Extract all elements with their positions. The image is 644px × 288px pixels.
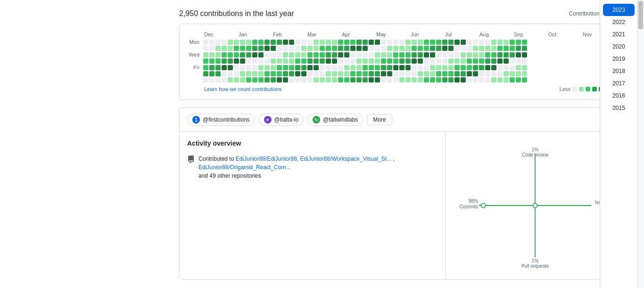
contribution-cell: [363, 58, 368, 64]
contribution-cell: [461, 71, 466, 76]
contribution-cell: [393, 58, 398, 64]
contribution-cell: [277, 52, 282, 58]
activity-chart: 1% Code review 98% Commits Issues 1% Pul…: [453, 140, 617, 272]
month-label: Aug: [479, 32, 514, 37]
contribution-cell: [264, 71, 270, 76]
contribution-cell: [307, 40, 313, 45]
contribution-cell: [442, 40, 447, 45]
contribution-cell: [363, 71, 368, 76]
contribution-cell: [381, 65, 386, 70]
contribution-cell: [369, 46, 374, 51]
contribution-cell: [222, 52, 227, 58]
graph-row: [187, 58, 617, 64]
contribution-cell: [467, 58, 472, 64]
contribution-cell: [258, 46, 264, 51]
repo-link-1[interactable]: EdiJunior88/EdiJunior88: [236, 156, 297, 162]
contribution-cell: [234, 52, 239, 58]
contribution-cell: [491, 58, 496, 64]
contribution-cell: [314, 77, 319, 82]
contribution-cell: [424, 65, 429, 70]
contribution-cell: [277, 65, 282, 70]
contribution-cell: [369, 77, 374, 82]
contribution-cell: [504, 52, 509, 58]
contribution-cell: [375, 40, 380, 45]
org-chip-tailwind[interactable]: ↻ @tailwindlabs: [307, 114, 363, 126]
contribution-cell: [271, 58, 276, 64]
contribution-cell: [307, 52, 313, 58]
contribution-cell: [326, 71, 331, 76]
org-chip-firstcontributions[interactable]: 1 @firstcontributions: [187, 114, 255, 126]
contribution-cell: [258, 65, 264, 70]
scrollbar-thumb[interactable]: [638, 1, 643, 29]
year-item-2015[interactable]: 2015: [600, 102, 637, 114]
contribution-cell: [289, 46, 294, 51]
activity-text: Contributed to EdiJunior88/EdiJunior88, …: [198, 155, 438, 180]
repo-link-2[interactable]: EdiJunior88/Workspace_Visual_St...: [300, 156, 391, 162]
contribution-cell: [467, 40, 472, 45]
contribution-cell: [283, 65, 288, 70]
contribution-cell: [289, 71, 294, 76]
graph-row: Wed: [187, 52, 617, 58]
contribution-cell: [307, 77, 313, 82]
contribution-cell: [412, 52, 417, 58]
contribution-cell: [320, 40, 325, 45]
cells-row: [203, 58, 617, 64]
contribution-cell: [479, 77, 484, 82]
graph-row: [187, 77, 617, 82]
year-item-2016[interactable]: 2016: [600, 90, 637, 102]
year-item-2023[interactable]: 2023: [603, 4, 635, 16]
legend-cell-0: [572, 87, 577, 91]
scrollbar-track[interactable]: [637, 0, 644, 288]
month-label: Mar: [307, 32, 342, 37]
contribution-cell: [516, 40, 521, 45]
year-item-2019[interactable]: 2019: [600, 53, 637, 65]
contribution-cell: [381, 77, 386, 82]
contribution-cell: [332, 52, 337, 58]
contribution-cell: [491, 52, 496, 58]
contribution-cell: [473, 46, 478, 51]
contribution-cell: [356, 58, 362, 64]
contribution-cell: [314, 58, 319, 64]
learn-contributions-link[interactable]: Learn how we count contributions: [204, 86, 281, 92]
contribution-cell: [399, 65, 405, 70]
day-label: Mon: [187, 39, 202, 45]
contribution-cell: [338, 58, 343, 64]
contribution-cell: [338, 77, 343, 82]
more-orgs-button[interactable]: More: [367, 114, 392, 125]
contribution-cell: [479, 52, 484, 58]
contribution-cell: [264, 46, 270, 51]
contribution-cell: [295, 52, 300, 58]
contribution-cell: [418, 40, 423, 45]
contribution-cell: [307, 65, 313, 70]
contribution-cell: [448, 65, 454, 70]
year-item-2022[interactable]: 2022: [600, 16, 637, 28]
org-chip-balta[interactable]: ● @balta-io: [259, 114, 304, 126]
month-label: Jul: [445, 32, 479, 37]
repo-link-3[interactable]: EdiJunior88/Origamid_React_Com...: [198, 164, 290, 171]
contribution-cell: [215, 71, 221, 76]
contribution-cell: [454, 77, 460, 82]
year-item-2020[interactable]: 2020: [600, 41, 637, 53]
contribution-cell: [479, 65, 484, 70]
graph-row: Mon: [187, 39, 617, 45]
year-item-2017[interactable]: 2017: [600, 77, 637, 90]
contribution-cell: [375, 71, 380, 76]
contribution-cell: [479, 71, 484, 76]
contribution-cell: [301, 77, 306, 82]
contributions-header: 2,950 contributions in the last year Con…: [179, 9, 625, 18]
svg-text:Code review: Code review: [522, 152, 549, 157]
contribution-cell: [399, 52, 405, 58]
org-icon-balta: ●: [264, 116, 272, 123]
contribution-cell: [246, 71, 251, 76]
contribution-cell: [381, 46, 386, 51]
contribution-cell: [295, 46, 300, 51]
contribution-cell: [246, 77, 251, 82]
year-item-2018[interactable]: 2018: [600, 65, 637, 77]
svg-text:1%: 1%: [532, 258, 539, 263]
contribution-cell: [442, 71, 447, 76]
contribution-cell: [283, 52, 288, 58]
contribution-cell: [320, 65, 325, 70]
year-item-2021[interactable]: 2021: [600, 28, 637, 41]
contribution-cell: [497, 65, 503, 70]
month-label: Jun: [411, 32, 445, 37]
